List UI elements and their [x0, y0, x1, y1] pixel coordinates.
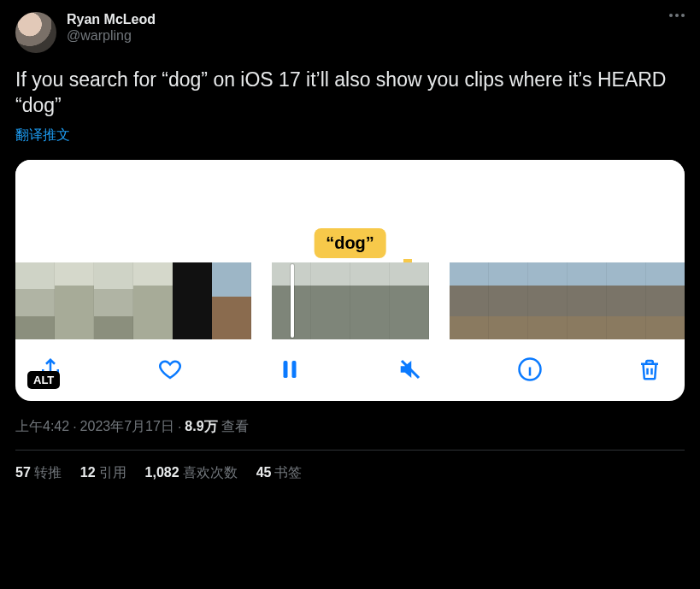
post-time[interactable]: 上午4:42: [15, 418, 69, 436]
translate-link[interactable]: 翻译推文: [15, 127, 70, 144]
clip-strip-2[interactable]: [272, 262, 429, 339]
dot-separator: ·: [73, 420, 76, 435]
heart-icon[interactable]: [157, 356, 183, 382]
clip-frame: [607, 262, 646, 339]
user-block[interactable]: Ryan McLeod @warpling: [67, 12, 156, 44]
quotes-stat[interactable]: 12引用: [80, 464, 126, 482]
media-toolbar: [15, 339, 685, 401]
stats-row: 57转推 12引用 1,082喜欢次数 45书签: [15, 464, 685, 482]
quotes-count: 12: [80, 465, 96, 480]
divider: [15, 450, 685, 451]
clip-frame: [390, 262, 429, 339]
more-icon[interactable]: [669, 14, 685, 17]
bookmarks-count: 45: [256, 465, 272, 480]
bookmarks-stat[interactable]: 45书签: [256, 464, 303, 482]
retweets-count: 57: [15, 465, 31, 480]
views-count: 8.9万: [185, 418, 217, 436]
clip-frame: [94, 262, 133, 339]
alt-badge[interactable]: ALT: [27, 371, 60, 389]
display-name: Ryan McLeod: [67, 12, 156, 27]
likes-count: 1,082: [145, 465, 179, 480]
post-date[interactable]: 2023年7月17日: [80, 418, 174, 436]
clip-frame: [350, 262, 390, 339]
info-icon[interactable]: [517, 356, 543, 382]
views-label: 查看: [221, 418, 249, 436]
bookmarks-label: 书签: [274, 465, 302, 480]
clip-strip-1[interactable]: [15, 262, 251, 339]
clip-frame: [646, 262, 685, 339]
clip-frame: [528, 262, 568, 339]
likes-stat[interactable]: 1,082喜欢次数: [145, 464, 238, 482]
media-card[interactable]: “dog”: [15, 160, 685, 401]
clip-frame: [311, 262, 350, 339]
user-handle: @warpling: [67, 28, 156, 44]
clip-frame: [568, 262, 607, 339]
search-term-bubble: “dog”: [314, 228, 386, 258]
svg-rect-0: [284, 361, 288, 378]
tweet-header: Ryan McLeod @warpling: [15, 12, 685, 53]
quotes-label: 引用: [99, 465, 126, 480]
clip-frame: [173, 262, 212, 339]
video-timeline[interactable]: [15, 262, 685, 339]
clip-frame: [212, 262, 251, 339]
retweets-stat[interactable]: 57转推: [15, 464, 62, 482]
retweets-label: 转推: [34, 465, 62, 480]
clip-frame: [133, 262, 173, 339]
svg-rect-1: [292, 361, 297, 378]
clip-frame: [15, 262, 55, 339]
dot-separator: ·: [178, 420, 181, 435]
clip-frame: [55, 262, 94, 339]
clip-frame: [450, 262, 489, 339]
avatar[interactable]: [15, 12, 56, 53]
meta-line: 上午4:42 · 2023年7月17日 · 8.9万 查看: [15, 418, 685, 436]
pause-icon[interactable]: [277, 356, 303, 382]
clip-strip-3[interactable]: [450, 262, 685, 339]
clip-frame: [489, 262, 528, 339]
playhead[interactable]: [291, 264, 294, 338]
trash-icon[interactable]: [637, 356, 662, 382]
tweet-text: If you search for “dog” on iOS 17 it’ll …: [15, 67, 685, 118]
likes-label: 喜欢次数: [183, 465, 238, 480]
mute-icon[interactable]: [397, 356, 423, 382]
